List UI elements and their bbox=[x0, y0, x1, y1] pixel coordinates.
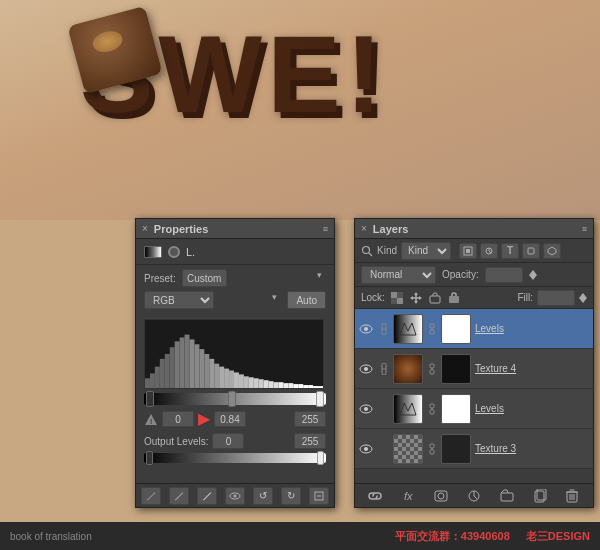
layers-bottom-toolbar: fx bbox=[355, 483, 593, 507]
svg-text:!: ! bbox=[150, 418, 152, 425]
layers-close-button[interactable]: × bbox=[361, 223, 367, 234]
layer-name-label: Texture 4 bbox=[475, 363, 589, 374]
svg-rect-4 bbox=[165, 354, 170, 388]
lock-artboard-button[interactable] bbox=[427, 291, 443, 305]
svg-rect-54 bbox=[391, 298, 397, 304]
svg-rect-5 bbox=[170, 347, 175, 388]
white-input[interactable]: 255 bbox=[294, 411, 326, 427]
lock-all-button[interactable] bbox=[446, 291, 462, 305]
layers-titlebar: × Layers ≡ bbox=[355, 219, 593, 239]
eyedropper-gray-button[interactable] bbox=[169, 487, 189, 505]
lock-checkerboard-button[interactable] bbox=[389, 291, 405, 305]
layers-link-button[interactable] bbox=[364, 487, 386, 505]
svg-rect-6 bbox=[175, 341, 180, 388]
reset-button[interactable]: ↻ bbox=[281, 487, 301, 505]
black-point-handle[interactable] bbox=[146, 391, 154, 407]
delete-layer-button[interactable] bbox=[561, 487, 583, 505]
layer-row[interactable]: Levels bbox=[355, 389, 593, 429]
brand-label: 平面交流群：43940608 bbox=[395, 529, 510, 544]
white-point-handle[interactable] bbox=[316, 391, 324, 407]
svg-point-86 bbox=[438, 493, 444, 499]
layer-visibility-icon[interactable] bbox=[359, 322, 373, 336]
fill-input[interactable]: 100% bbox=[537, 290, 575, 306]
layer-row[interactable]: Texture 4 bbox=[355, 349, 593, 389]
radio-button[interactable] bbox=[168, 246, 180, 258]
midpoint-input[interactable]: 0.84 bbox=[214, 411, 246, 427]
adjustment-filter-button[interactable] bbox=[480, 243, 498, 259]
text-filter-button[interactable]: T bbox=[501, 243, 519, 259]
black-input[interactable]: 0 bbox=[162, 411, 194, 427]
add-mask-button[interactable] bbox=[430, 487, 452, 505]
svg-rect-28 bbox=[283, 383, 288, 388]
kind-select[interactable]: Kind bbox=[401, 242, 451, 260]
midpoint-handle[interactable] bbox=[228, 391, 236, 407]
preset-select[interactable]: Custom Default bbox=[182, 269, 227, 287]
rgb-select-wrapper: RGB Red Green Blue bbox=[144, 291, 281, 309]
auto-button[interactable]: Auto bbox=[287, 291, 326, 309]
svg-point-39 bbox=[234, 494, 237, 497]
svg-rect-67 bbox=[430, 330, 434, 334]
shape-filter-button[interactable] bbox=[522, 243, 540, 259]
layers-menu-icon[interactable]: ≡ bbox=[582, 224, 587, 234]
smartobj-filter-button[interactable] bbox=[543, 243, 561, 259]
layer-visibility-icon[interactable] bbox=[359, 402, 373, 416]
svg-rect-27 bbox=[279, 382, 284, 388]
output-black-handle[interactable] bbox=[146, 451, 153, 465]
svg-point-76 bbox=[364, 407, 368, 411]
svg-rect-60 bbox=[449, 296, 459, 303]
layer-visibility-icon[interactable] bbox=[359, 362, 373, 376]
fx-button[interactable]: fx bbox=[397, 487, 419, 505]
output-white-handle[interactable] bbox=[317, 451, 324, 465]
svg-rect-24 bbox=[264, 380, 269, 388]
layer-thumbnail bbox=[393, 394, 423, 424]
eye-preview-button[interactable] bbox=[225, 487, 245, 505]
layer-thumbnail bbox=[393, 434, 423, 464]
blend-mode-select[interactable]: Normal Multiply Screen Overlay bbox=[361, 266, 436, 284]
svg-marker-50 bbox=[529, 275, 537, 280]
new-layer-button[interactable] bbox=[529, 487, 551, 505]
properties-menu-icon[interactable]: ≡ bbox=[323, 224, 328, 234]
new-adjustment-button[interactable] bbox=[463, 487, 485, 505]
svg-rect-72 bbox=[430, 364, 434, 368]
undo-button[interactable]: ↺ bbox=[253, 487, 273, 505]
svg-rect-47 bbox=[528, 248, 534, 254]
properties-close-button[interactable]: × bbox=[142, 223, 148, 234]
svg-rect-1 bbox=[150, 373, 155, 388]
layer-row[interactable]: Levels bbox=[355, 309, 593, 349]
new-group-button[interactable] bbox=[496, 487, 518, 505]
eyedropper-white-button[interactable] bbox=[197, 487, 217, 505]
svg-rect-73 bbox=[430, 370, 434, 374]
layer-thumbnail bbox=[393, 354, 423, 384]
opacity-input[interactable]: 100% bbox=[485, 267, 523, 283]
svg-rect-21 bbox=[249, 377, 254, 388]
layers-filter-row: Kind Kind T bbox=[355, 239, 593, 263]
layer-name-label: Texture 3 bbox=[475, 443, 589, 454]
eyedropper-black-button[interactable] bbox=[141, 487, 161, 505]
lock-move-button[interactable] bbox=[408, 291, 424, 305]
svg-rect-83 bbox=[430, 450, 434, 454]
svg-rect-32 bbox=[303, 385, 308, 388]
rgb-select[interactable]: RGB Red Green Blue bbox=[144, 291, 214, 309]
layer-visibility-icon[interactable] bbox=[359, 442, 373, 456]
svg-rect-26 bbox=[274, 382, 279, 388]
properties-bottom-toolbar: ↺ ↻ bbox=[136, 483, 334, 507]
lock-label: Lock: bbox=[361, 292, 385, 303]
histogram bbox=[144, 319, 324, 389]
bottom-bar: book of translation 平面交流群：43940608 老三DES… bbox=[0, 522, 600, 550]
output-white-input[interactable]: 255 bbox=[294, 433, 326, 449]
pixel-filter-button[interactable] bbox=[459, 243, 477, 259]
output-levels-slider[interactable] bbox=[144, 453, 326, 463]
input-levels-slider[interactable] bbox=[144, 393, 326, 405]
opacity-label: Opacity: bbox=[442, 269, 479, 280]
svg-rect-9 bbox=[190, 339, 195, 388]
layer-row[interactable]: Texture 3 bbox=[355, 429, 593, 469]
svg-marker-58 bbox=[419, 296, 422, 300]
svg-rect-0 bbox=[145, 378, 150, 388]
properties-header-row: L. bbox=[136, 239, 334, 265]
svg-rect-77 bbox=[430, 404, 434, 408]
layer-mask-thumbnail bbox=[441, 394, 471, 424]
red-arrow-icon: ▶ bbox=[198, 411, 210, 427]
svg-rect-7 bbox=[180, 337, 185, 388]
expand-button[interactable] bbox=[309, 487, 329, 505]
output-black-input[interactable]: 0 bbox=[212, 433, 244, 449]
